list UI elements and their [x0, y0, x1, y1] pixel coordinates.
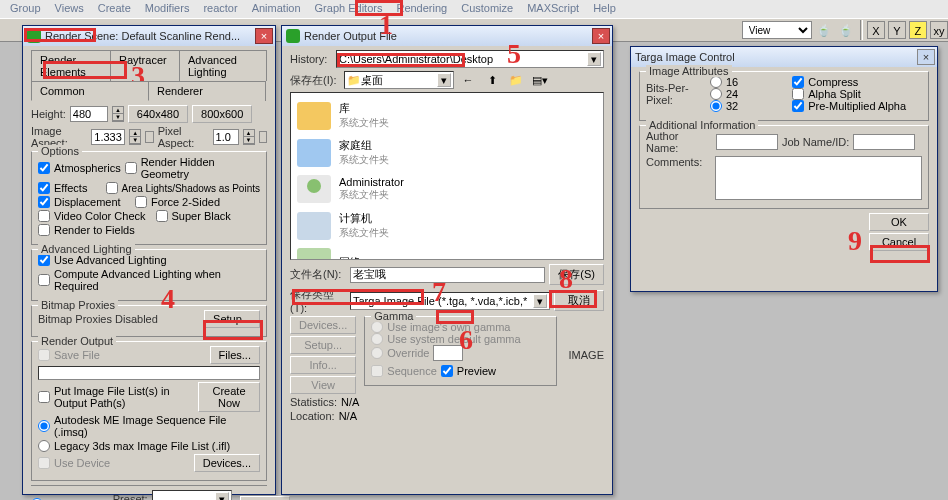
rad-24[interactable]: [710, 88, 722, 100]
menu-rendering[interactable]: Rendering: [390, 0, 453, 18]
up-icon[interactable]: ⬆: [482, 70, 502, 90]
viewmenu-icon[interactable]: ▤▾: [530, 70, 550, 90]
menu-customize[interactable]: Customize: [455, 0, 519, 18]
comments-input[interactable]: [715, 156, 922, 200]
tab-raytracer[interactable]: Raytracer: [110, 50, 180, 81]
tab-render-elements[interactable]: Render Elements: [31, 50, 111, 81]
list-item[interactable]: 计算机系统文件夹: [295, 207, 599, 244]
files-button[interactable]: Files...: [210, 346, 260, 364]
rad-16[interactable]: [710, 76, 722, 88]
file-list[interactable]: 库系统文件夹 家庭组系统文件夹 Administrator系统文件夹 计算机系统…: [290, 92, 604, 260]
devices-button[interactable]: Devices...: [194, 454, 260, 472]
list-item[interactable]: 网络: [295, 244, 599, 260]
pa-input[interactable]: [213, 129, 239, 145]
view-button: View: [290, 376, 356, 394]
options-group: Options Atmospherics Render Hidden Geome…: [31, 151, 267, 245]
chk-putifl[interactable]: [38, 391, 50, 403]
menu-modifiers[interactable]: Modifiers: [139, 0, 196, 18]
xy-toggle[interactable]: xy: [930, 21, 948, 39]
filename-input[interactable]: [350, 267, 545, 283]
gamma-override: [433, 345, 463, 361]
rad-me[interactable]: [38, 420, 50, 432]
tab-advanced-lighting[interactable]: Advanced Lighting: [179, 50, 267, 81]
preset-640[interactable]: 640x480: [128, 105, 188, 123]
advlight-group: Advanced Lighting Use Advanced Lighting …: [31, 249, 267, 301]
preset-800[interactable]: 800x600: [192, 105, 252, 123]
computer-icon: [297, 212, 331, 240]
rad-32[interactable]: [710, 100, 722, 112]
ok-button[interactable]: OK: [869, 213, 929, 231]
menu-group[interactable]: Group: [4, 0, 47, 18]
history-select[interactable]: C:\Users\Administrator\Desktop▾: [336, 50, 604, 68]
list-item[interactable]: Administrator系统文件夹: [295, 171, 599, 207]
menu-grapheditors[interactable]: Graph Editors: [309, 0, 389, 18]
createnow-button[interactable]: Create Now: [198, 382, 260, 412]
tab-renderer[interactable]: Renderer: [148, 81, 266, 101]
y-toggle[interactable]: Y: [888, 21, 906, 39]
ia-lock-icon[interactable]: [145, 131, 153, 143]
render-icon[interactable]: 🍵: [814, 20, 834, 40]
job-input[interactable]: [853, 134, 915, 150]
chk-2sided[interactable]: [135, 196, 147, 208]
cancel-button[interactable]: 取消: [554, 290, 604, 311]
ia-input[interactable]: [91, 129, 125, 145]
chk-disp[interactable]: [38, 196, 50, 208]
menu-reactor[interactable]: reactor: [197, 0, 243, 18]
devices-button[interactable]: Devices...: [290, 316, 356, 334]
rad-legacy[interactable]: [38, 440, 50, 452]
height-input[interactable]: [70, 106, 108, 122]
filetype-select[interactable]: Targa Image File (*.tga, *.vda,*.icb,*▾: [350, 292, 550, 310]
pa-spinner[interactable]: ▲▼: [243, 129, 255, 145]
chk-compress[interactable]: [792, 76, 804, 88]
render-button[interactable]: Render: [240, 496, 290, 500]
z-toggle[interactable]: Z: [909, 21, 927, 39]
preset-select[interactable]: -------------▾: [152, 490, 232, 500]
chk-preview[interactable]: [441, 365, 453, 377]
list-item[interactable]: 家庭组系统文件夹: [295, 134, 599, 171]
view-select[interactable]: View: [742, 21, 812, 39]
rad-g3: [371, 347, 383, 359]
pa-lock-icon[interactable]: [259, 131, 267, 143]
render-scene-titlebar[interactable]: Render Scene: Default Scanline Rend... ×: [23, 26, 275, 46]
height-spinner[interactable]: ▲▼: [112, 106, 124, 122]
back-icon[interactable]: ←: [458, 70, 478, 90]
ia-spinner[interactable]: ▲▼: [129, 129, 141, 145]
menu-maxscript[interactable]: MAXScript: [521, 0, 585, 18]
chk-save: [38, 349, 50, 361]
renderoutput-group: Render Output Save File Files... Put Ima…: [31, 341, 267, 481]
author-input[interactable]: [716, 134, 778, 150]
menu-animation[interactable]: Animation: [246, 0, 307, 18]
chk-atmos[interactable]: [38, 162, 50, 174]
network-icon: [297, 248, 331, 260]
chk-vcc[interactable]: [38, 210, 50, 222]
chk-seq: [371, 365, 383, 377]
render-scene-title: Render Scene: Default Scanline Rend...: [45, 30, 240, 42]
tab-common[interactable]: Common: [31, 81, 149, 101]
chk-adv2[interactable]: [38, 274, 50, 286]
chk-effects[interactable]: [38, 182, 50, 194]
setup-button: Setup...: [290, 336, 356, 354]
cancel-button[interactable]: Cancel: [869, 233, 929, 251]
menu-views[interactable]: Views: [49, 0, 90, 18]
menu-create[interactable]: Create: [92, 0, 137, 18]
save-button[interactable]: 保存(S): [549, 264, 604, 285]
targa-titlebar[interactable]: Targa Image Control ×: [631, 47, 937, 67]
chk-hidden[interactable]: [125, 162, 137, 174]
file-dlg-titlebar[interactable]: Render Output File ×: [282, 26, 612, 46]
chk-arealights[interactable]: [106, 182, 118, 194]
list-item[interactable]: 库系统文件夹: [295, 97, 599, 134]
chk-alpha[interactable]: [792, 88, 804, 100]
savein-select[interactable]: 📁 桌面▾: [344, 71, 454, 89]
close-icon[interactable]: ×: [917, 49, 935, 65]
chk-adv1[interactable]: [38, 254, 50, 266]
x-toggle[interactable]: X: [867, 21, 885, 39]
close-icon[interactable]: ×: [255, 28, 273, 44]
newfolder-icon[interactable]: 📁: [506, 70, 526, 90]
chk-fields[interactable]: [38, 224, 50, 236]
render-icon2[interactable]: 🍵: [836, 20, 856, 40]
menu-help[interactable]: Help: [587, 0, 622, 18]
setup-button[interactable]: Setup...: [204, 310, 260, 328]
chk-premul[interactable]: [792, 100, 804, 112]
close-icon[interactable]: ×: [592, 28, 610, 44]
chk-sb[interactable]: [156, 210, 168, 222]
